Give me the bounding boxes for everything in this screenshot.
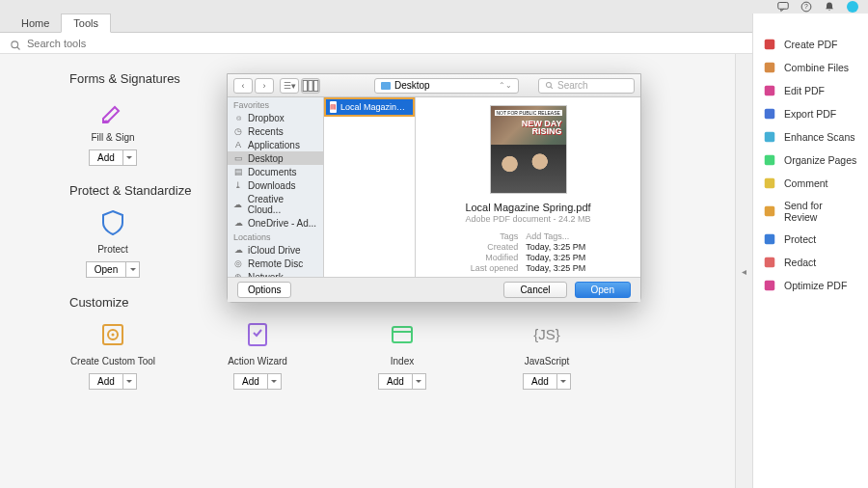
rail-label: Create PDF <box>784 39 837 50</box>
nav-forward-button[interactable]: › <box>255 78 274 94</box>
svg-rect-28 <box>303 80 308 91</box>
tool-fill-sign[interactable]: Fill & Sign Add <box>69 95 156 166</box>
tool-action-wizard[interactable]: Action Wizard Add <box>214 319 301 390</box>
tab-home[interactable]: Home <box>10 14 61 32</box>
tool-action-button[interactable]: Add <box>523 373 557 390</box>
meta-key: Last opened <box>471 263 519 273</box>
view-list-button[interactable]: ☰▾ <box>280 78 299 94</box>
tool-index[interactable]: Index Add <box>359 319 446 390</box>
path-label: Desktop <box>394 80 430 91</box>
rail-item-protect[interactable]: Protect <box>753 228 868 251</box>
sidebar-item-dropbox[interactable]: ⌾Dropbox <box>228 111 323 124</box>
sidebar-item-recents[interactable]: ◷Recents <box>228 124 323 138</box>
meta-value: Today, 3:25 PM <box>526 263 585 273</box>
file-row[interactable]: ▤ Local Magazine Spring.pdf <box>324 97 415 117</box>
export-pdf-icon <box>763 107 776 121</box>
rail-collapse-handle[interactable]: ◂ <box>735 54 752 488</box>
sidebar-item-label: Creative Cloud... <box>248 194 317 215</box>
sidebar-item-icon: ⌾ <box>233 113 243 122</box>
rail-label: Export PDF <box>784 108 836 120</box>
dialog-toolbar: ‹ › ☰▾ Desktop ⌃⌄ Search <box>228 74 640 97</box>
sidebar-item-onedrive-ad-[interactable]: ☁OneDrive - Ad... <box>228 216 323 230</box>
svg-rect-20 <box>765 109 775 120</box>
tool-create-custom-tool[interactable]: Create Custom Tool Add <box>69 319 156 390</box>
thumb-headline: NEW DAYRISING <box>522 120 562 135</box>
help-icon[interactable]: ? <box>800 1 812 13</box>
options-button[interactable]: Options <box>237 282 291 298</box>
meta-key: Modified <box>471 253 519 262</box>
tool-dropdown-button[interactable] <box>123 373 137 390</box>
combine-files-icon <box>763 61 776 74</box>
open-button[interactable]: Open <box>575 282 631 298</box>
sidebar-item-label: OneDrive - Ad... <box>248 218 316 229</box>
tool-dropdown-button[interactable] <box>126 261 140 278</box>
svg-point-31 <box>546 82 551 87</box>
svg-rect-24 <box>765 206 775 217</box>
dialog-search[interactable]: Search <box>538 78 635 94</box>
nav-back-button[interactable]: ‹ <box>233 78 253 94</box>
app-titlebar: ? <box>0 0 868 14</box>
tab-tools[interactable]: Tools <box>61 14 111 33</box>
view-columns-button[interactable] <box>301 78 320 94</box>
search-input[interactable] <box>27 38 858 49</box>
chat-icon[interactable] <box>777 1 789 13</box>
tools-rail: Create PDFCombine FilesEdit PDFExport PD… <box>752 14 868 488</box>
tool-action-button[interactable]: Add <box>89 149 123 166</box>
tool-action-button[interactable]: Add <box>378 373 413 390</box>
tool-action-button[interactable]: Open <box>86 261 126 278</box>
sidebar-item-remote-disc[interactable]: ◎Remote Disc <box>228 257 323 270</box>
bell-icon[interactable] <box>824 1 835 13</box>
tool-dropdown-button[interactable] <box>413 373 426 390</box>
rail-item-optimize-pdf[interactable]: Optimize PDF <box>753 274 868 297</box>
rail-item-enhance-scans[interactable]: Enhance Scans <box>753 125 868 149</box>
avatar[interactable] <box>847 1 858 13</box>
tool-dropdown-button[interactable] <box>557 373 571 390</box>
rail-item-combine-files[interactable]: Combine Files <box>753 56 868 79</box>
preview-pane: NOT FOR PUBLIC RELEASE NEW DAYRISING Loc… <box>416 97 640 277</box>
tool-dropdown-button[interactable] <box>268 373 282 390</box>
sidebar-item-icon: ▤ <box>233 167 243 176</box>
create-custom-tool-icon <box>97 319 128 350</box>
sidebar-item-downloads[interactable]: ⤓Downloads <box>228 178 323 192</box>
sidebar-item-creative-cloud-[interactable]: ☁Creative Cloud... <box>228 192 323 216</box>
rail-item-edit-pdf[interactable]: Edit PDF <box>753 79 868 102</box>
sidebar-item-label: Desktop <box>248 153 284 164</box>
rail-item-send-for-review[interactable]: Send for Review <box>753 195 868 228</box>
cancel-button[interactable]: Cancel <box>503 282 566 298</box>
svg-line-4 <box>17 46 20 49</box>
rail-item-create-pdf[interactable]: Create PDF <box>753 33 868 56</box>
path-selector[interactable]: Desktop ⌃⌄ <box>374 78 519 94</box>
main-tabs: Home Tools <box>0 14 868 33</box>
sidebar-item-icon: ☁ <box>233 218 243 228</box>
svg-rect-29 <box>309 80 313 91</box>
sidebar-item-applications[interactable]: AApplications <box>228 138 323 151</box>
tool-label: Action Wizard <box>228 356 287 367</box>
rail-item-redact[interactable]: Redact <box>753 251 868 274</box>
edit-pdf-icon <box>763 84 776 97</box>
create-pdf-icon <box>763 38 776 51</box>
tool-action-button[interactable]: Add <box>89 373 123 390</box>
tool-protect[interactable]: Protect Open <box>69 207 156 278</box>
meta-value[interactable]: Add Tags... <box>526 231 585 241</box>
sidebar-item-icon: ☁ <box>233 245 243 255</box>
sidebar-item-label: Recents <box>248 126 284 137</box>
rail-item-export-pdf[interactable]: Export PDF <box>753 102 868 125</box>
rail-item-comment[interactable]: Comment <box>753 172 868 195</box>
svg-text:{JS}: {JS} <box>533 326 560 342</box>
sidebar-item-icon: ◷ <box>233 126 243 136</box>
sidebar-item-network[interactable]: ⊕Network <box>228 270 323 277</box>
file-open-dialog: ‹ › ☰▾ Desktop ⌃⌄ Search Favorites⌾Dropb… <box>227 73 641 303</box>
tool-action-button[interactable]: Add <box>233 373 268 390</box>
action-wizard-icon <box>242 319 273 350</box>
sidebar-item-icloud-drive[interactable]: ☁iCloud Drive <box>228 243 323 257</box>
tool-dropdown-button[interactable] <box>123 149 137 166</box>
preview-metadata: TagsAdd Tags...CreatedToday, 3:25 PMModi… <box>471 231 585 273</box>
sidebar-item-documents[interactable]: ▤Documents <box>228 165 323 178</box>
sidebar-item-desktop[interactable]: ▭Desktop <box>228 151 323 165</box>
dialog-footer: Options Cancel Open <box>228 277 640 302</box>
sidebar-item-label: Applications <box>248 140 300 150</box>
rail-item-organize-pages[interactable]: Organize Pages <box>753 149 868 172</box>
tool-javascript[interactable]: {JS} JavaScript Add <box>503 319 590 390</box>
svg-point-12 <box>112 334 115 337</box>
comment-icon <box>763 176 776 190</box>
